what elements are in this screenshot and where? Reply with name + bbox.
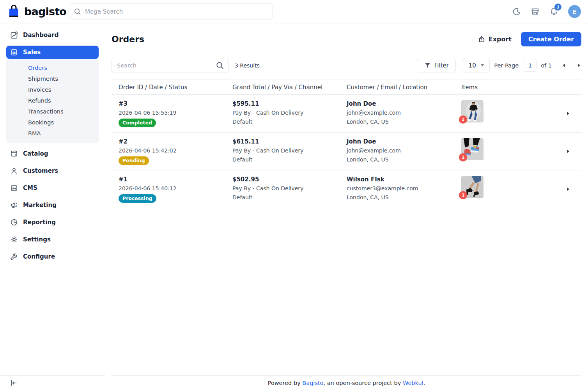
bagisto-link[interactable]: Bagisto [302, 380, 323, 386]
sidebar-item-transactions[interactable]: Transactions [28, 106, 99, 117]
sidebar-item-label: Configure [23, 253, 55, 260]
filter-button[interactable]: Filter [417, 58, 456, 73]
order-date: 2026-04-06 15:55:19 [119, 110, 225, 116]
sidebar-item-refunds[interactable]: Refunds [28, 95, 99, 106]
sidebar-item-label: Dashboard [23, 32, 58, 39]
table-row[interactable]: #1 2026-04-06 15:40:12 Processing $502.9… [112, 170, 581, 208]
webkul-link[interactable]: Webkul [403, 380, 423, 386]
table-row[interactable]: #3 2026-04-06 15:55:19 Completed $595.11… [112, 95, 581, 133]
row-expand-icon[interactable] [567, 149, 570, 154]
total-cell: $615.11 Pay By - Cash On Delivery Defaul… [225, 138, 340, 165]
chevron-right-icon [577, 63, 581, 67]
per-page-value: 10 [469, 62, 476, 69]
sidebar-item-orders[interactable]: Orders [28, 62, 99, 73]
collapse-sidebar-button[interactable] [9, 379, 18, 387]
brand-logo[interactable]: bagisto [7, 4, 69, 20]
sidebar-item-cms[interactable]: CMS [6, 181, 99, 195]
customers-icon [10, 167, 18, 175]
sidebar-item-customers[interactable]: Customers [6, 164, 99, 177]
create-order-button[interactable]: Create Order [521, 32, 581, 46]
channel: Default [232, 119, 340, 125]
per-page-label: Per Page [494, 62, 519, 69]
status-badge: Completed [119, 119, 156, 127]
customer-location: London, CA, US [347, 194, 454, 200]
filter-label: Filter [434, 62, 449, 69]
order-id: #2 [119, 138, 225, 145]
sidebar-nav: Dashboard Sales Orders Shipments Invoice… [0, 23, 105, 267]
sidebar-item-reporting[interactable]: Reporting [6, 216, 99, 229]
sidebar-item-settings[interactable]: Settings [6, 233, 99, 246]
channel: Default [232, 194, 340, 200]
items-cell: 1 [454, 100, 581, 127]
dark-mode-toggle[interactable] [512, 7, 521, 16]
customer-name: John Doe [347, 100, 454, 107]
items-count-badge: 1 [459, 191, 467, 199]
export-icon [478, 35, 485, 43]
order-cell: #1 2026-04-06 15:40:12 Processing [112, 176, 225, 203]
sidebar-item-sales[interactable]: Sales [6, 46, 99, 59]
column-header-order: Order ID / Date / Status [112, 84, 225, 91]
topbar-actions: 3 E [512, 5, 581, 18]
bagisto-bag-icon [7, 4, 21, 20]
user-avatar[interactable]: E [568, 5, 581, 18]
order-id: #1 [119, 176, 225, 183]
page-footer: Powered by Bagisto, an open-source proje… [112, 375, 581, 390]
grid-search-input[interactable] [117, 62, 213, 69]
footer-text: , an open-source project by [324, 380, 403, 386]
previous-page-button[interactable] [561, 62, 566, 68]
sales-submenu: Orders Shipments Invoices Refunds Transa… [6, 59, 99, 143]
pay-via: Pay By - Cash On Delivery [232, 185, 340, 191]
catalog-icon [10, 150, 18, 158]
footer-text: . [423, 380, 425, 386]
sidebar-item-rma[interactable]: RMA [28, 128, 99, 139]
total-cell: $595.11 Pay By - Cash On Delivery Defaul… [225, 100, 340, 127]
page-number-input[interactable] [524, 59, 537, 72]
sidebar-item-configure[interactable]: Configure [6, 250, 99, 263]
column-header-total: Grand Total / Pay Via / Channel [225, 84, 340, 91]
topbar: bagisto [0, 0, 588, 23]
store-front-button[interactable] [531, 7, 540, 16]
items-cell: 1 [454, 138, 581, 165]
order-cell: #2 2026-04-06 15:42:02 Pending [112, 138, 225, 165]
sidebar-item-catalog[interactable]: Catalog [6, 147, 99, 160]
marketing-icon [10, 201, 18, 209]
sidebar-item-shipments[interactable]: Shipments [28, 73, 99, 84]
sidebar-item-label: Catalog [23, 150, 48, 157]
row-expand-icon[interactable] [567, 187, 570, 191]
footer-text: Powered by [268, 380, 303, 386]
items-count-badge: 1 [459, 153, 467, 161]
next-page-button[interactable] [577, 62, 581, 68]
customer-cell: Wilson FIsk customer3@example.com London… [340, 176, 454, 203]
sales-icon [10, 48, 18, 56]
page-of-label: of 1 [541, 62, 552, 69]
column-header-customer: Customer / Email / Location [340, 84, 454, 91]
store-icon [531, 7, 540, 16]
brand-name: bagisto [24, 5, 66, 18]
orders-table: Order ID / Date / Status Grand Total / P… [112, 80, 581, 208]
per-page-select[interactable]: 10 [463, 58, 490, 73]
pay-via: Pay By - Cash On Delivery [232, 110, 340, 116]
page-title: Orders [112, 34, 144, 44]
wrench-icon [10, 253, 18, 261]
notifications-button[interactable]: 3 [549, 7, 558, 16]
sidebar-item-invoices[interactable]: Invoices [28, 84, 99, 95]
export-button[interactable]: Export [478, 35, 512, 43]
customer-cell: John Doe john@example.com London, CA, US [340, 100, 454, 127]
sidebar-item-bookings[interactable]: Bookings [28, 117, 99, 128]
sidebar-item-marketing[interactable]: Marketing [6, 199, 99, 212]
order-cell: #3 2026-04-06 15:55:19 Completed [112, 100, 225, 127]
customer-name: Wilson FIsk [347, 176, 454, 183]
customer-cell: John Doe john@example.com London, CA, US [340, 138, 454, 165]
row-expand-icon[interactable] [567, 112, 570, 116]
status-badge: Processing [119, 194, 156, 203]
funnel-icon [424, 62, 431, 69]
gear-icon [10, 236, 18, 243]
items-count-badge: 1 [459, 115, 467, 124]
table-row[interactable]: #2 2026-04-06 15:42:02 Pending $615.11 P… [112, 133, 581, 170]
mega-search-input[interactable] [85, 8, 268, 15]
main-content: Orders Export Create Order [105, 23, 588, 390]
status-badge: Pending [119, 156, 149, 165]
sidebar-item-dashboard[interactable]: Dashboard [6, 28, 99, 42]
grand-total: $615.11 [232, 138, 340, 145]
table-header-row: Order ID / Date / Status Grand Total / P… [112, 80, 581, 95]
